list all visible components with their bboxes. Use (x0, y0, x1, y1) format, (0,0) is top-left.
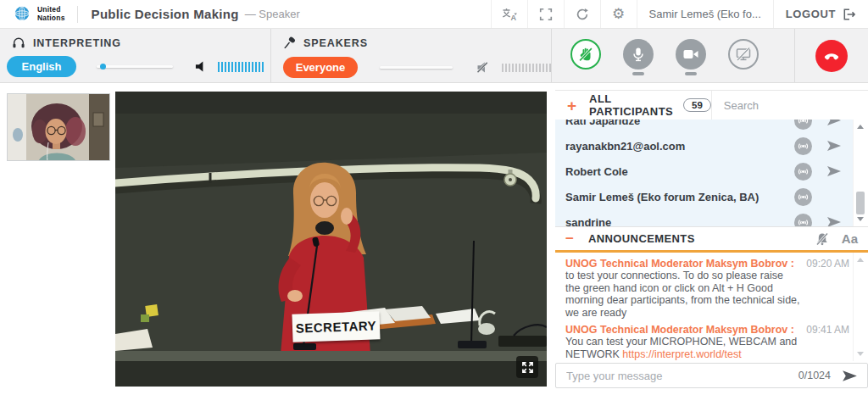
top-bar: United Nations Public Decision Making — … (0, 0, 868, 29)
scroll-up-arrow[interactable] (857, 125, 864, 129)
interpreting-volume-slider[interactable] (97, 65, 173, 68)
broadcast-status-icon[interactable] (794, 214, 812, 227)
microphone-vintage-icon (283, 36, 296, 50)
top-right-actions: A ⚙ Samir Lemeš (Eko fo... LOGOUT (491, 0, 868, 28)
announcements-scrollbar[interactable] (853, 253, 868, 361)
page-role: — Speaker (245, 8, 300, 20)
microphone-button[interactable] (623, 39, 654, 75)
broadcast-status-icon[interactable] (794, 120, 812, 130)
message-link[interactable]: https://interpret.world/test (622, 348, 741, 360)
current-user-label: Samir Lemeš (Eko fo... (637, 0, 773, 28)
font-size-icon[interactable]: Aa (842, 231, 858, 246)
speakers-section: SPEAKERS Everyone (271, 29, 552, 82)
character-counter: 0/1024 (798, 370, 831, 381)
hand-icon (576, 45, 595, 64)
broadcast-status-icon[interactable] (794, 137, 812, 155)
scroll-thumb[interactable] (856, 192, 865, 214)
settings-gear-icon[interactable]: ⚙ (600, 0, 637, 28)
search-input[interactable] (722, 98, 868, 113)
mute-announcements-button[interactable] (815, 231, 830, 247)
conference-toolbar: INTERPRETING English SPEAKERS (0, 29, 868, 83)
scroll-up-arrow[interactable] (857, 258, 864, 262)
self-webcam-thumbnail[interactable] (7, 93, 110, 161)
hangup-section (795, 29, 868, 82)
brand-text: United Nations (37, 6, 65, 22)
collapse-announcements-icon[interactable]: − (565, 231, 574, 246)
secretary-name-plate: SECRETARY (292, 311, 380, 342)
interpreting-section: INTERPRETING English (0, 29, 271, 82)
page-title: Public Decision Making (92, 7, 239, 21)
message-composer: 0/1024 (555, 363, 868, 388)
participants-title: ALL PARTICIPANTS (589, 92, 673, 118)
send-private-message-icon (826, 188, 843, 205)
hang-up-button[interactable] (815, 40, 848, 72)
message-timestamp: 09:41 AM (806, 325, 849, 337)
participants-scrollbar[interactable] (853, 120, 868, 226)
send-private-message-icon[interactable] (826, 214, 843, 226)
un-logo-icon (12, 4, 32, 25)
speakers-volume-slider[interactable] (380, 66, 453, 69)
send-message-button[interactable] (841, 367, 859, 385)
message-body: to test your connections. To do so pleas… (565, 270, 800, 318)
participant-name: sandrine (565, 216, 794, 227)
logout-button[interactable]: LOGOUT (773, 0, 868, 28)
conference-room-video (115, 92, 547, 387)
send-private-message-icon[interactable] (826, 137, 843, 154)
send-private-message-icon[interactable] (826, 120, 843, 129)
announcements-messages: UNOG Technical Moderator Maksym Bobrov :… (555, 253, 853, 361)
participant-row[interactable]: rayanakbn21@aol.com (555, 133, 853, 159)
interpreting-language-button[interactable]: English (7, 56, 76, 77)
logout-icon (842, 8, 856, 21)
message-timestamp: 09:20 AM (806, 259, 849, 270)
scroll-down-arrow[interactable] (857, 352, 864, 356)
interpreting-label: INTERPRETING (33, 37, 121, 49)
webcam-icon (682, 47, 699, 61)
announcement-message: UNOG Technical Moderator Maksym Bobrov :… (565, 324, 853, 360)
speaker-volume-icon (195, 60, 208, 73)
speakers-label: SPEAKERS (303, 37, 368, 49)
headphones-icon (12, 36, 25, 49)
participants-list: Rati Japaridzerayanakbn21@aol.comRobert … (555, 120, 868, 226)
raise-hand-button[interactable] (570, 39, 601, 75)
translate-icon[interactable]: A (491, 0, 527, 28)
screen-share-button[interactable] (728, 39, 759, 75)
announcements-header: − ANNOUNCEMENTS Aa (555, 226, 868, 253)
send-icon (841, 367, 859, 385)
interpreting-audio-level (218, 62, 264, 72)
broadcast-status-icon[interactable] (794, 188, 812, 206)
microphone-icon (631, 47, 646, 62)
video-fullscreen-button[interactable] (516, 356, 538, 378)
participants-count-badge: 59 (683, 98, 711, 112)
microphone-device-indicator[interactable] (632, 72, 644, 75)
participant-name: rayanakbn21@aol.com (565, 140, 794, 153)
screen-share-disabled-icon (735, 47, 752, 62)
announcements-body: UNOG Technical Moderator Maksym Bobrov :… (555, 253, 868, 361)
main-area: SECRETARY + ALL PARTICIPANTS 59 (0, 83, 868, 395)
add-participant-icon[interactable]: + (567, 97, 576, 114)
speakers-audio-level (502, 64, 551, 72)
participant-name: Robert Cole (565, 165, 794, 178)
main-video[interactable]: SECRETARY (115, 92, 547, 387)
divider (77, 6, 78, 23)
broadcast-status-icon[interactable] (794, 163, 812, 181)
webcam-device-indicator[interactable] (685, 72, 697, 75)
speaker-muted-icon (476, 61, 492, 74)
slider-knob[interactable] (100, 64, 106, 70)
refresh-icon[interactable] (564, 0, 600, 28)
scroll-down-arrow[interactable] (857, 217, 864, 221)
participant-row[interactable]: sandrine (555, 209, 853, 226)
participant-row[interactable]: Samir Lemeš (Eko forum Zenica, BA) (555, 184, 853, 209)
device-controls (552, 29, 795, 82)
message-sender: UNOG Technical Moderator Maksym Bobrov : (565, 258, 794, 270)
message-input[interactable] (565, 369, 792, 383)
bell-muted-icon (815, 231, 830, 247)
speakers-selection-button[interactable]: Everyone (283, 57, 358, 78)
message-sender: UNOG Technical Moderator Maksym Bobrov : (565, 324, 794, 336)
participant-row[interactable]: Rati Japaridze (555, 120, 853, 133)
expand-arrows-icon (521, 361, 534, 374)
send-private-message-icon[interactable] (826, 163, 843, 180)
fullscreen-icon[interactable] (527, 0, 564, 28)
webcam-button[interactable] (676, 39, 706, 75)
participant-row[interactable]: Robert Cole (555, 159, 853, 184)
participants-header: + ALL PARTICIPANTS 59 ✕ (555, 91, 868, 120)
